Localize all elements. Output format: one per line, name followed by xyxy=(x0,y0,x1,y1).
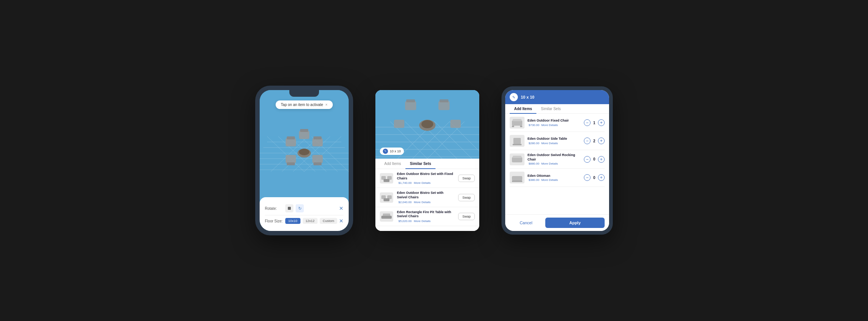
quantity-control: − 0 + xyxy=(584,156,605,163)
svg-rect-58 xyxy=(381,216,392,219)
tablet-frame: ✎ 10 x 10 Add Items Similar Sets xyxy=(375,90,479,231)
svg-rect-27 xyxy=(300,129,308,132)
rotate-close-icon[interactable]: ✕ xyxy=(339,205,343,211)
qty-increase-button[interactable]: + xyxy=(598,156,605,163)
svg-rect-28 xyxy=(288,207,291,210)
item-thumbnail xyxy=(510,172,525,183)
item-price: $880.00 More Details xyxy=(527,162,581,165)
tablet-badge-text: 10 x 10 xyxy=(390,149,401,153)
similar-sets-list: Eden Outdoor Bistro Set with Fixed Chair… xyxy=(375,169,479,226)
item-thumbnail xyxy=(510,153,525,165)
swap-button[interactable]: Swap xyxy=(458,175,475,182)
qty-decrease-button[interactable]: − xyxy=(584,156,591,163)
svg-rect-66 xyxy=(513,156,522,158)
qty-increase-button[interactable]: + xyxy=(598,138,605,144)
similar-item: Eden Rectangle Fire Pit Table with Swive… xyxy=(375,207,479,226)
item-info: Eden Ottoman $380.00 More Details xyxy=(527,174,581,182)
svg-rect-19 xyxy=(287,136,295,139)
svg-point-48 xyxy=(421,120,433,128)
item-price: $730.00 More Details xyxy=(527,123,581,127)
item-thumbnail xyxy=(510,135,525,147)
svg-rect-43 xyxy=(405,101,416,110)
item-price: $1,740.00 More Details xyxy=(397,181,454,185)
phone-1-inner: Tap on an item to activate × xyxy=(260,90,349,231)
size-10x10-button[interactable]: 10x10 xyxy=(285,218,300,224)
rotate-arrow-button[interactable]: ↻ xyxy=(296,204,304,212)
svg-rect-45 xyxy=(438,101,450,110)
item-thumbnail xyxy=(380,192,393,203)
toast-close-button[interactable]: × xyxy=(325,103,328,107)
swap-button[interactable]: Swap xyxy=(458,213,475,220)
floor-size-label: Floor Size: xyxy=(265,219,285,223)
list-item: Eden Outdoor Swivel Rocking Chair $880.0… xyxy=(510,150,605,169)
size-12x12-button[interactable]: 12x12 xyxy=(303,218,318,224)
tablet-badge: ✎ 10 x 10 xyxy=(380,148,404,155)
item-name: Eden Ottoman xyxy=(527,174,581,178)
phone3-tab-add-items[interactable]: Add Items xyxy=(510,104,536,113)
svg-rect-23 xyxy=(287,162,295,165)
phone-notch xyxy=(289,90,319,97)
list-item: Eden Outdoor Side Table $280.00 More Det… xyxy=(510,132,605,150)
size-custom-button[interactable]: Custom xyxy=(320,218,337,224)
item-name: Eden Rectangle Fire Pit Table with Swive… xyxy=(397,210,454,219)
item-price: $380.00 More Details xyxy=(527,178,581,182)
item-name: Eden Outdoor Swivel Rocking Chair xyxy=(527,153,581,162)
svg-rect-64 xyxy=(513,144,522,145)
tab-navigation: Add Items Similar Sets xyxy=(375,159,479,169)
item-info: Eden Outdoor Bistro Set with Swivel Chai… xyxy=(397,191,454,203)
rotate-row: Rotate: ↻ ✕ xyxy=(265,202,343,215)
svg-rect-61 xyxy=(512,126,514,127)
rotate-icon-button[interactable] xyxy=(285,204,293,212)
edit-icon: ✎ xyxy=(510,93,518,101)
item-name: Eden Outdoor Side Table xyxy=(527,137,581,141)
qty-decrease-button[interactable]: − xyxy=(584,138,591,144)
svg-rect-21 xyxy=(313,136,322,139)
qty-increase-button[interactable]: + xyxy=(598,174,605,181)
svg-rect-56 xyxy=(384,198,389,201)
apply-button[interactable]: Apply xyxy=(545,218,605,228)
svg-rect-65 xyxy=(512,157,522,162)
list-item: Eden Outdoor Fixed Chair $730.00 More De… xyxy=(510,114,605,132)
svg-rect-67 xyxy=(512,176,522,181)
phone-3-frame: ✎ 10 x 10 Add Items Similar Sets xyxy=(502,86,613,235)
screens-container: Tap on an item to activate × xyxy=(240,71,628,250)
item-name: Eden Outdoor Bistro Set with Swivel Chai… xyxy=(397,191,454,199)
rotate-controls: ↻ xyxy=(285,204,339,212)
item-price: $5,020.00 More Details xyxy=(397,219,454,223)
floor-size-close-icon[interactable]: ✕ xyxy=(339,218,343,224)
qty-decrease-button[interactable]: − xyxy=(584,174,591,181)
tab-add-items[interactable]: Add Items xyxy=(380,159,405,169)
svg-rect-63 xyxy=(513,138,521,144)
qty-decrease-button[interactable]: − xyxy=(584,119,591,126)
item-price: $2,040.00 More Details xyxy=(397,201,454,204)
svg-rect-68 xyxy=(512,181,522,182)
floor-size-row: Floor Size: 10x10 12x12 Custom ✕ xyxy=(265,215,343,226)
toast-notification: Tap on an item to activate × xyxy=(276,100,333,109)
swap-button[interactable]: Swap xyxy=(458,194,475,201)
phone-3-inner: ✎ 10 x 10 Add Items Similar Sets xyxy=(505,90,609,231)
phone3-header: ✎ 10 x 10 xyxy=(505,90,609,104)
tablet-scene: ✎ 10 x 10 xyxy=(375,90,479,159)
quantity-control: − 1 + xyxy=(584,119,605,126)
svg-rect-53 xyxy=(384,179,389,182)
svg-rect-60 xyxy=(513,119,522,121)
svg-rect-18 xyxy=(286,138,296,146)
svg-rect-62 xyxy=(520,126,522,127)
item-thumbnail xyxy=(510,117,525,129)
item-info: Eden Outdoor Side Table $280.00 More Det… xyxy=(527,137,581,145)
svg-rect-59 xyxy=(512,120,522,126)
svg-rect-25 xyxy=(313,162,322,165)
svg-rect-24 xyxy=(312,155,323,163)
header-title: 10 x 10 xyxy=(521,95,535,99)
quantity-control: − 2 + xyxy=(584,138,605,144)
item-info: Eden Outdoor Bistro Set with Fixed Chair… xyxy=(397,172,454,185)
phone3-tab-similar-sets[interactable]: Similar Sets xyxy=(536,104,565,113)
cancel-button[interactable]: Cancel xyxy=(510,218,542,228)
qty-value: 0 xyxy=(592,176,596,180)
item-info: Eden Outdoor Swivel Rocking Chair $880.0… xyxy=(527,153,581,165)
item-thumbnail xyxy=(380,211,393,222)
qty-increase-button[interactable]: + xyxy=(598,119,605,126)
similar-item: Eden Outdoor Bistro Set with Fixed Chair… xyxy=(375,169,479,188)
tab-similar-sets[interactable]: Similar Sets xyxy=(405,159,435,169)
tablet-content: Add Items Similar Sets Eden Outdoor Bist… xyxy=(375,159,479,231)
